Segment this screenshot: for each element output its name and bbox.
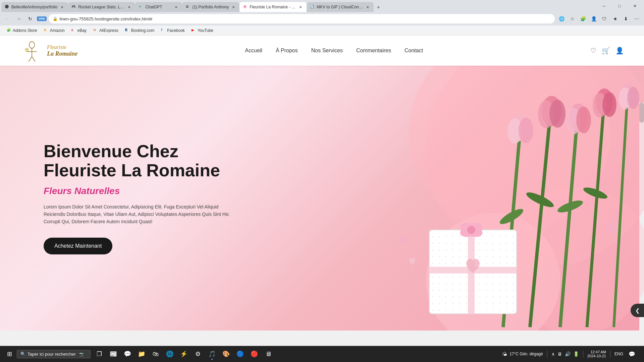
bookmark-ebay[interactable]: e eBay [69,27,89,34]
site-navbar: Fleuriste La Romaine Accueil À Propos No… [0,36,644,66]
tray-speaker-icon[interactable]: 🔊 [565,351,571,357]
new-tab-button[interactable]: + [374,3,383,12]
language-text[interactable]: ENG [614,352,623,356]
translate-icon[interactable]: 🌐 [557,14,566,23]
toolbar-icons: 🌐 ☆ 🧩 👤 🛡 ★ ⬇ ⋯ [557,14,641,23]
address-bar[interactable]: 🔒 linen-gnu-755825.hostingersite.com/ind… [49,14,555,23]
tray-up-arrow[interactable]: ∧ [551,351,555,357]
hero-flowers-illustration [342,66,644,330]
amazon-favicon: A [44,28,49,33]
nav-contact[interactable]: Contact [405,48,423,54]
terminal-button[interactable]: ⚡ [177,347,191,361]
tab-3[interactable]: ✦ ChatGPT ✕ [135,2,182,12]
address-bar-row: ← → ↻ VPN 🔒 linen-gnu-755825.hostingersi… [0,12,644,25]
taskbar: ⊞ 🔍 Taper ici pour rechercher 📷 ❐ 📰 💬 📁 … [0,346,644,362]
tab-1-close[interactable]: ✕ [59,4,65,10]
tab-5-close[interactable]: ✕ [298,4,303,10]
tab-3-favicon: ✦ [139,5,143,9]
tab-1[interactable]: ⚫ BellevilleAnthony/portfolio ✕ [1,2,68,12]
lock-icon: 🔒 [53,16,58,21]
tab-6-close[interactable]: ✕ [365,4,370,10]
chrome-button[interactable]: 🔵 [233,347,247,361]
search-placeholder-text: Taper ici pour rechercher [28,352,76,357]
store-button[interactable]: 🛍 [149,347,162,361]
tab-5-favicon: 🌸 [243,5,248,9]
date-text: 2024-10-21 [587,354,606,358]
bookmark-amazon-label: Amazon [50,28,65,33]
svg-point-8 [26,50,28,51]
hero-content: Bienvenue Chez Fleuriste La Romaine Fleu… [0,142,235,254]
site-nav-links: Accueil À Propos Nos Services Commentair… [245,48,423,54]
menu-icon[interactable]: ⋯ [632,14,641,23]
fileexplorer-button[interactable]: 📁 [135,347,148,361]
tab-5[interactable]: 🌸 Fleuriste La Romaine - Fleuriste... ✕ [239,2,307,12]
teams-button[interactable]: 💬 [121,347,134,361]
browser-window: ⚫ BellevilleAnthony/portfolio ✕ 🎮 Rocket… [0,0,644,330]
taskbar-search[interactable]: 🔍 Taper ici pour rechercher 📷 [17,350,91,358]
tray-icons: 🌤 17°C Gén. dégagé [502,351,543,357]
site-logo[interactable]: Fleuriste La Romaine [20,40,78,62]
vpn-badge[interactable]: VPN [37,16,47,21]
svg-line-3 [29,57,32,62]
tab-4-close[interactable]: ✕ [231,4,236,10]
reload-button[interactable]: ↻ [25,14,35,23]
tab-1-favicon: ⚫ [5,5,9,9]
downloads-icon[interactable]: ⬇ [621,14,631,23]
widgets-button[interactable]: 📰 [107,347,120,361]
youtube-favicon: ▶ [192,28,196,33]
tab-6[interactable]: 🔄 MKV to GIF | CloudConvert ✕ [307,2,374,12]
svg-point-22 [519,118,533,143]
svg-point-6 [25,49,27,50]
minimize-button[interactable]: ─ [596,0,612,12]
profile-icon[interactable]: 👤 [589,14,598,23]
bookmark-facebook[interactable]: f Facebook [158,27,187,34]
gear-button[interactable]: ⚙ [191,347,205,361]
close-button[interactable]: ✕ [627,0,643,12]
edge-button[interactable]: 🌐 [163,347,176,361]
spotify-button[interactable]: 🎵 [205,347,219,361]
bookmark-amazon[interactable]: A Amazon [41,27,67,34]
tab-4[interactable]: 🖥 (1) Portfolio Anthony ✕ [182,2,239,12]
hero-title: Bienvenue Chez Fleuriste La Romaine [44,142,235,180]
nav-accueil[interactable]: Accueil [245,48,262,54]
tab-2[interactable]: 🎮 Rocket League Stats, Leaderbo... ✕ [68,2,135,12]
maximize-button[interactable]: □ [612,0,627,12]
cta-button[interactable]: Achetez Maintenant [44,238,112,254]
dev-button[interactable]: 🖥 [262,347,275,361]
cart-icon[interactable]: 🛒 [602,47,610,55]
bookmark-aliexpress[interactable]: ✉ AliExpress [91,27,121,34]
start-button[interactable]: ⊞ [3,347,16,361]
opera-button[interactable]: 🔴 [248,347,261,361]
notifications-button[interactable]: 💬 [625,347,639,361]
tray-network-icon[interactable]: 🖥 [557,351,562,357]
tray-divider [547,351,547,357]
bookmark-addons[interactable]: 🧩 Addons Store [4,27,40,34]
bookmark-booking[interactable]: B Booking.com [122,27,157,34]
hero-section: Bienvenue Chez Fleuriste La Romaine Fleu… [0,66,644,330]
svg-line-4 [32,57,35,62]
shield-icon[interactable]: 🛡 [600,14,609,23]
taskview-button[interactable]: ❐ [93,347,106,361]
star-icon[interactable]: ☆ [568,14,577,23]
datetime-display[interactable]: 12:47 AM 2024-10-21 [587,350,606,358]
tab-2-close[interactable]: ✕ [126,4,132,10]
tab-3-close[interactable]: ✕ [173,4,179,10]
back-button[interactable]: ← [3,14,12,23]
wishlist-icon[interactable]: ♡ [590,47,596,55]
tray-divider-3 [610,351,610,357]
favorites-icon[interactable]: ★ [610,14,620,23]
logo-text: Fleuriste La Romaine [47,44,78,57]
bookmark-youtube[interactable]: ▶ YouTube [189,27,216,34]
account-icon[interactable]: 👤 [615,47,624,55]
forward-button[interactable]: → [14,14,23,23]
chat-fab-button[interactable]: ❮ [631,304,644,317]
hero-subtitle: Fleurs Naturelles [44,186,235,196]
svg-point-7 [27,49,28,50]
nav-commentaires[interactable]: Commentaires [356,48,391,54]
extension-icon[interactable]: 🧩 [578,14,588,23]
nav-services[interactable]: Nos Services [311,48,343,54]
tray-battery-icon[interactable]: 🔋 [573,351,579,357]
tab-6-favicon: 🔄 [310,5,315,9]
figma-button[interactable]: 🎨 [219,347,233,361]
nav-apropos[interactable]: À Propos [276,48,298,54]
